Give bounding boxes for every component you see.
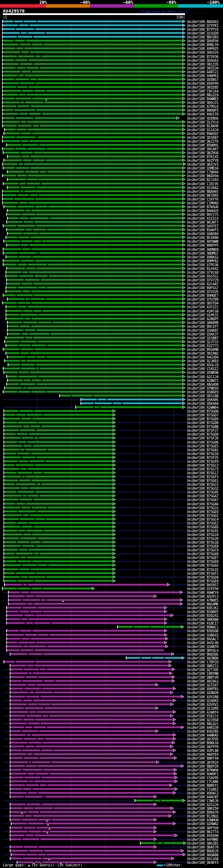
hit-bar[interactable] [10, 815, 168, 817]
hit-bar[interactable] [81, 399, 182, 400]
hit-bar[interactable] [4, 159, 182, 161]
hit-bar[interactable] [9, 603, 179, 605]
hit-bar[interactable] [3, 63, 182, 65]
hit-bar[interactable] [10, 676, 171, 678]
hit-bar[interactable] [4, 433, 112, 435]
hit-bar[interactable] [8, 322, 182, 323]
hit-bar[interactable] [10, 757, 174, 759]
hit-bar[interactable] [126, 657, 181, 659]
hit-bar[interactable] [4, 480, 112, 481]
hit-bar[interactable] [3, 21, 182, 22]
hit-bar[interactable] [10, 738, 172, 740]
hit-label[interactable]: UniRef100_B3EDQ0 [187, 629, 218, 633]
hit-bar[interactable] [4, 553, 112, 554]
hit-bar[interactable] [10, 803, 153, 805]
hit-bar[interactable] [10, 811, 172, 813]
hit-bar[interactable] [5, 584, 167, 586]
hit-bar[interactable] [10, 730, 155, 732]
hit-bar[interactable] [3, 125, 182, 127]
hit-bar[interactable] [3, 148, 182, 150]
hit-bar[interactable] [135, 800, 182, 801]
hit-bar[interactable] [3, 136, 182, 138]
hit-bar[interactable] [3, 190, 182, 192]
hit-bar[interactable] [4, 429, 112, 431]
hit-bar[interactable] [4, 572, 112, 574]
hit-bar[interactable] [6, 236, 182, 238]
hit-bar[interactable] [6, 314, 182, 316]
hit-bar[interactable] [4, 545, 112, 547]
hit-bar[interactable] [4, 240, 182, 242]
hit-bar[interactable] [10, 688, 172, 689]
hit-bar[interactable] [10, 784, 169, 786]
hit-bar[interactable] [7, 622, 164, 624]
hit-bar[interactable] [7, 618, 164, 620]
hit-bar[interactable] [3, 113, 182, 115]
hit-bar[interactable] [3, 44, 182, 45]
hit-label[interactable]: UniRef100_Q4U3Z4 [187, 51, 218, 54]
hit-bar[interactable] [10, 700, 172, 701]
hit-bar[interactable] [10, 765, 180, 767]
hit-bar[interactable] [4, 472, 112, 474]
hit-bar[interactable] [4, 511, 112, 512]
hit-bar[interactable] [10, 726, 180, 728]
hit-bar[interactable] [3, 294, 182, 296]
hit-label[interactable]: UniRef100_Q2RWR2 [187, 822, 218, 826]
hit-bar[interactable] [4, 518, 112, 520]
hit-bar[interactable] [4, 568, 112, 570]
hit-bar[interactable] [3, 368, 182, 369]
hit-label[interactable]: UniRef100_B0BYP5 [187, 243, 218, 247]
hit-bar[interactable] [7, 642, 164, 643]
hit-bar[interactable] [9, 595, 153, 597]
hit-bar[interactable] [6, 352, 182, 354]
hit-bar[interactable] [3, 264, 182, 265]
hit-bar[interactable] [3, 121, 182, 123]
hit-bar[interactable] [7, 611, 164, 612]
hit-bar[interactable] [10, 838, 153, 840]
hit-bar[interactable] [3, 47, 182, 49]
hit-bar[interactable] [4, 133, 182, 134]
hit-bar[interactable] [60, 395, 182, 397]
hit-bar[interactable] [10, 796, 153, 798]
hit-bar[interactable] [4, 564, 112, 566]
hit-bar[interactable] [10, 780, 174, 782]
hit-bar[interactable] [4, 483, 112, 485]
hit-bar[interactable] [11, 823, 172, 824]
hit-bar[interactable] [5, 360, 182, 362]
hit-bar[interactable] [3, 71, 182, 73]
hit-bar[interactable] [5, 387, 182, 389]
hit-bar[interactable] [4, 499, 112, 500]
hit-bar[interactable] [3, 67, 182, 69]
hit-bar[interactable] [10, 827, 153, 829]
hit-label[interactable]: UniRef100_B8KT44 [187, 756, 218, 760]
hit-bar[interactable] [8, 356, 182, 358]
hit-bar[interactable] [10, 761, 156, 763]
hit-bar[interactable] [3, 109, 182, 111]
hit-bar[interactable] [4, 410, 112, 412]
hit-bar[interactable] [8, 364, 182, 365]
hit-bar[interactable] [6, 318, 182, 319]
hit-bar[interactable] [6, 345, 182, 346]
hit-bar[interactable] [4, 449, 112, 451]
hit-bar[interactable] [3, 252, 182, 254]
hit-bar[interactable] [4, 441, 112, 443]
hit-bar[interactable] [10, 788, 174, 790]
hit-bar[interactable] [3, 225, 182, 227]
hit-bar[interactable] [10, 707, 155, 709]
hit-bar[interactable] [4, 537, 112, 539]
hit-bar[interactable] [118, 626, 180, 628]
hit-bar[interactable] [3, 348, 182, 350]
hit-bar[interactable] [6, 275, 182, 277]
hit-bar[interactable] [4, 541, 112, 543]
hit-bar[interactable] [8, 329, 182, 331]
hit-bar[interactable] [3, 117, 176, 119]
hit-bar[interactable] [3, 302, 182, 304]
hit-bar[interactable] [141, 842, 183, 844]
hit-bar[interactable] [3, 152, 182, 153]
hit-bar[interactable] [8, 333, 182, 335]
hit-bar[interactable] [3, 82, 182, 84]
hit-bar[interactable] [3, 55, 182, 57]
hit-bar[interactable] [4, 453, 112, 454]
hit-bar[interactable] [10, 734, 172, 736]
hit-bar[interactable] [10, 711, 172, 713]
hit-bar[interactable] [3, 28, 182, 30]
